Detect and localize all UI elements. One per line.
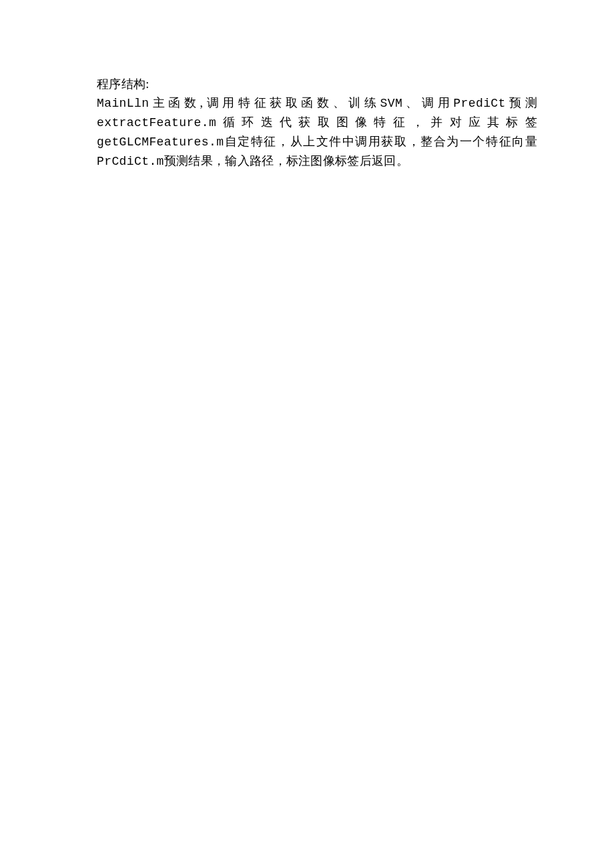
body-text: 程序结构: MainLln主函数,调用特征获取函数、训练SVM、调用PrediC… [97, 75, 537, 171]
text-segment: 循环迭代获取图像特征，并对应其标签 [216, 115, 537, 129]
code-term: PrCdiCt.m [97, 155, 164, 168]
document-page: 程序结构: MainLln主函数,调用特征获取函数、训练SVM、调用PrediC… [0, 0, 614, 868]
text-segment: 主函数,调用特征获取函数、训练 [149, 96, 380, 109]
code-term: getGLCMFeatures.m [97, 135, 224, 149]
text-segment: 、调用 [402, 96, 453, 109]
text-segment: 预测结果，输入路径，标注图像标签后返回。 [164, 154, 408, 167]
code-term: PrediCt [453, 97, 505, 110]
code-term: MainLln [97, 97, 149, 110]
text-segment: 预测 [506, 96, 537, 109]
code-term: SVM [380, 97, 403, 110]
text-segment: 自定特征，从上文件中调用获取，整合为一个特征向量 [224, 135, 537, 148]
text-segment: 程序结构: [97, 77, 149, 91]
code-term: extractFeature.m [97, 116, 216, 129]
